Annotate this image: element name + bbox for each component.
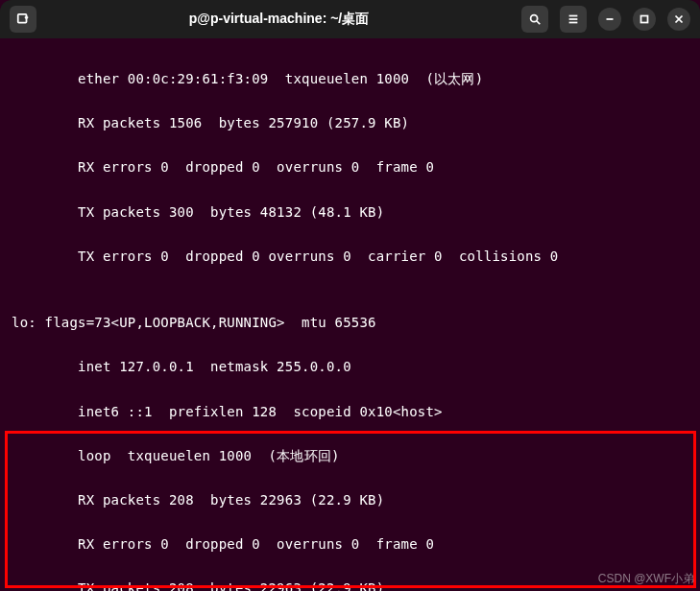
new-tab-button[interactable] xyxy=(10,6,36,33)
titlebar-left-controls xyxy=(10,6,36,33)
output-line: TX packets 208 bytes 22963 (22.9 KB) xyxy=(12,578,688,591)
window-titlebar: p@p-virtual-machine: ~/桌面 xyxy=(0,0,700,38)
menu-button[interactable] xyxy=(560,6,587,33)
watermark-text: CSDN @XWF小弟 xyxy=(598,571,694,587)
output-line: RX errors 0 dropped 0 overruns 0 frame 0 xyxy=(12,156,688,178)
output-line: inet6 ::1 prefixlen 128 scopeid 0x10<hos… xyxy=(12,401,688,423)
close-button[interactable] xyxy=(667,8,690,31)
minimize-button[interactable] xyxy=(598,8,621,31)
output-line: TX packets 300 bytes 48132 (48.1 KB) xyxy=(12,201,688,224)
svg-point-3 xyxy=(531,15,538,22)
svg-line-4 xyxy=(537,21,541,25)
search-button[interactable] xyxy=(521,6,548,33)
output-line: inet 127.0.0.1 netmask 255.0.0.0 xyxy=(12,356,688,378)
output-line: RX errors 0 dropped 0 overruns 0 frame 0 xyxy=(12,533,688,556)
output-line: TX errors 0 dropped 0 overruns 0 carrier… xyxy=(12,246,688,268)
svg-rect-9 xyxy=(641,16,648,23)
output-line: ether 00:0c:29:61:f3:09 txqueuelen 1000 … xyxy=(12,68,688,90)
output-line: RX packets 208 bytes 22963 (22.9 KB) xyxy=(12,489,688,511)
window-title: p@p-virtual-machine: ~/桌面 xyxy=(36,11,521,28)
terminal-output[interactable]: ether 00:0c:29:61:f3:09 txqueuelen 1000 … xyxy=(0,38,700,591)
output-line: loop txqueuelen 1000 (本地环回) xyxy=(12,445,688,467)
output-line: RX packets 1506 bytes 257910 (257.9 KB) xyxy=(12,112,688,134)
maximize-button[interactable] xyxy=(633,8,656,31)
titlebar-right-controls xyxy=(521,6,690,33)
output-line: lo: flags=73<UP,LOOPBACK,RUNNING> mtu 65… xyxy=(12,312,688,334)
